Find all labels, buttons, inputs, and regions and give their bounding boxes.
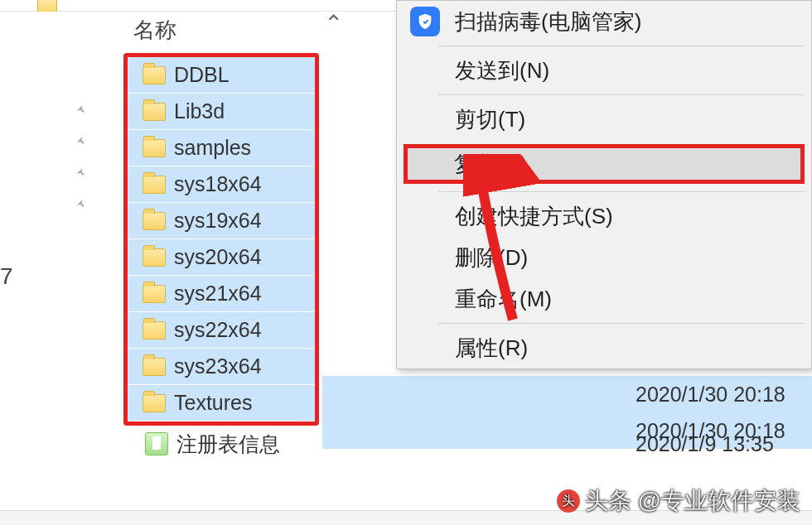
menu-label: 属性(R) [455,334,528,363]
watermark: 头 头条 @专业软件安装 [557,485,800,517]
folder-label: DDBL [174,63,230,87]
folder-icon [143,394,166,412]
menu-copy[interactable]: 复制(C) [404,144,805,184]
watermark-text: 头条 @专业软件安装 [585,485,800,517]
list-item[interactable]: sys23x64 [128,349,315,385]
folder-icon [143,103,166,121]
menu-label: 复制(C) [454,150,527,179]
reg-file-icon [145,432,168,455]
menu-separator [438,46,805,46]
folder-label: sys18x64 [174,172,262,196]
list-item[interactable]: sys19x64 [128,203,315,239]
folder-label: Textures [174,391,252,415]
pin-icon [0,189,112,220]
folder-icon [143,358,166,376]
shield-icon [410,7,440,36]
context-menu: 扫描病毒(电脑管家) 发送到(N) 剪切(T) 复制(C) 创建快捷方式(S) … [396,0,812,369]
menu-label: 发送到(N) [455,56,549,85]
folder-label: sys21x64 [174,282,262,306]
menu-cut[interactable]: 剪切(T) [397,99,811,140]
menu-separator [438,94,805,95]
toutiao-icon: 头 [557,489,580,513]
pin-icon [0,126,112,157]
sidebar-number: 7 [0,263,13,290]
folder-label: samples [174,136,251,160]
list-item[interactable]: 注册表信息 2020/1/9 13:35 注册表 [112,426,812,462]
menu-label: 创建快捷方式(S) [455,202,613,231]
folder-icon [143,139,166,157]
list-item[interactable]: samples [128,130,315,166]
menu-label: 重命名(M) [455,285,552,314]
sort-asc-icon[interactable]: ⌃ [324,10,343,37]
row-tail: 2020/1/30 20:18 文件夹 [322,376,812,412]
list-item[interactable]: DDBL [128,57,315,94]
modified-date: 2020/1/30 20:18 [636,383,785,407]
list-item[interactable]: sys21x64 [128,276,315,312]
menu-label: 剪切(T) [455,105,525,134]
folder-icon [143,176,166,194]
pin-icon [0,157,112,189]
menu-properties[interactable]: 属性(R) [397,327,811,368]
folder-label: sys23x64 [174,354,262,378]
menu-separator [438,323,805,324]
menu-create-shortcut[interactable]: 创建快捷方式(S) [397,195,811,237]
pin-icon [0,94,112,126]
menu-label: 删除(D) [455,243,528,272]
menu-delete[interactable]: 删除(D) [397,237,811,278]
menu-scan-virus[interactable]: 扫描病毒(电脑管家) [397,1,811,42]
quick-access-panel: 7 [0,12,112,525]
modified-date: 2020/1/9 13:35 [636,432,774,456]
menu-rename[interactable]: 重命名(M) [397,278,811,320]
list-item[interactable]: sys18x64 [128,166,315,203]
menu-label: 扫描病毒(电脑管家) [455,7,641,36]
folder-label: Lib3d [174,99,225,123]
folder-label: sys19x64 [174,209,262,233]
folder-icon [143,66,166,84]
menu-separator [438,191,805,192]
selected-folders-box: DDBL Lib3d samples sys18x64 sys19x64 sys… [123,53,319,426]
folder-icon [143,321,166,340]
folder-icon [143,285,166,303]
folder-label: sys20x64 [174,245,262,269]
column-name[interactable]: 名称 [112,16,176,45]
menu-send-to[interactable]: 发送到(N) [397,50,811,91]
menu-copy-highlight: 复制(C) [397,140,811,188]
folder-icon [143,248,166,267]
folder-icon [143,212,166,230]
list-item[interactable]: Textures [128,385,315,421]
file-label: 注册表信息 [176,431,280,458]
list-item[interactable]: sys20x64 [128,239,315,276]
list-item[interactable]: Lib3d [128,94,315,130]
list-item[interactable]: sys22x64 [128,312,315,349]
folder-label: sys22x64 [174,318,262,342]
